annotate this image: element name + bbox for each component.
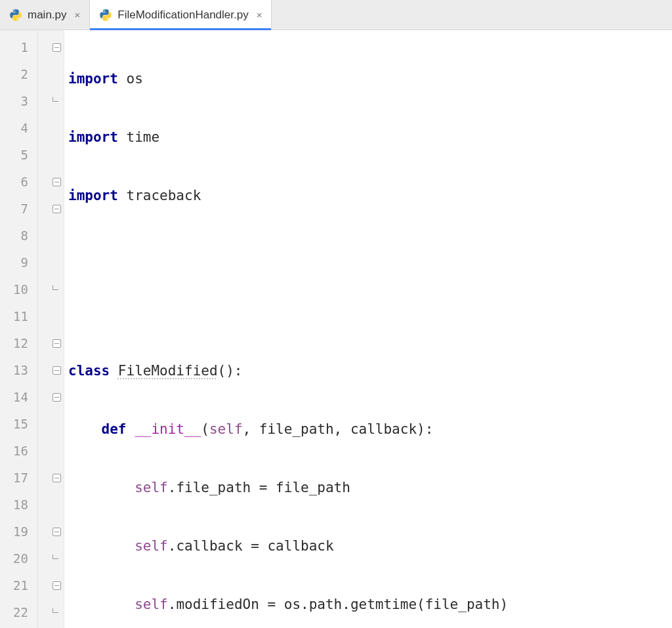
line-number: 11: [0, 303, 37, 330]
code-line: self.modifiedOn = os.path.getmtime(file_…: [64, 591, 672, 618]
fold-toggle-icon[interactable]: [52, 393, 61, 402]
fold-end-icon: [52, 608, 61, 617]
line-number: 21: [0, 572, 37, 599]
line-number: 13: [0, 357, 37, 384]
line-number: 5: [0, 142, 37, 169]
code-line: def __init__(self, file_path, callback):: [64, 416, 672, 443]
fold-gutter: [38, 30, 64, 628]
line-number: 17: [0, 465, 37, 492]
tab-filemodificationhandler-py[interactable]: FileModificationHandler.py ×: [90, 0, 272, 30]
line-number: 22: [0, 599, 37, 626]
code-line: self.callback = callback: [64, 533, 672, 560]
fold-end-icon: [52, 555, 61, 563]
line-number: 20: [0, 545, 37, 572]
line-number: 7: [0, 196, 37, 222]
fold-end-icon: [52, 97, 61, 106]
fold-toggle-icon[interactable]: [52, 581, 61, 590]
code-line: [64, 241, 672, 268]
close-icon[interactable]: ×: [254, 8, 265, 22]
fold-toggle-icon[interactable]: [52, 528, 61, 536]
fold-toggle-icon[interactable]: [52, 474, 61, 482]
line-number: 15: [0, 411, 37, 438]
line-number: 3: [0, 88, 37, 115]
fold-toggle-icon[interactable]: [52, 366, 61, 375]
fold-toggle-icon[interactable]: [52, 205, 61, 213]
line-number: 10: [0, 276, 37, 303]
line-number: 19: [0, 518, 37, 545]
python-file-icon: [99, 9, 112, 22]
fold-toggle-icon[interactable]: [52, 43, 61, 52]
code-line: self.file_path = file_path: [64, 474, 672, 501]
tab-label: main.py: [28, 9, 67, 22]
line-number-gutter: 1 2 3 4 5 6 7 8 9 10 11 12 13 14 15 16 1…: [0, 30, 38, 628]
code-line: import traceback: [64, 182, 672, 209]
line-number: 4: [0, 115, 37, 142]
close-icon[interactable]: ×: [72, 8, 83, 22]
line-number: 14: [0, 384, 37, 411]
tab-bar: main.py × FileModificationHandler.py ×: [0, 0, 672, 30]
code-editor[interactable]: 1 2 3 4 5 6 7 8 9 10 11 12 13 14 15 16 1…: [0, 30, 672, 628]
tab-main-py[interactable]: main.py ×: [0, 0, 90, 30]
fold-toggle-icon[interactable]: [52, 339, 61, 348]
fold-end-icon: [52, 285, 61, 294]
line-number: 12: [0, 330, 37, 357]
tab-label: FileModificationHandler.py: [117, 9, 248, 22]
line-number: 8: [0, 222, 37, 249]
line-number: 9: [0, 249, 37, 276]
line-number: 2: [0, 61, 37, 88]
python-file-icon: [9, 9, 22, 22]
line-number: 18: [0, 492, 37, 518]
code-line: import time: [64, 124, 672, 151]
code-line: [64, 299, 672, 326]
code-area[interactable]: import os import time import traceback c…: [64, 30, 672, 628]
fold-toggle-icon[interactable]: [52, 178, 61, 186]
code-line: import os: [64, 66, 672, 93]
line-number: 6: [0, 169, 37, 196]
code-line: class FileModified():: [64, 358, 672, 385]
line-number: 1: [0, 34, 37, 61]
line-number: 16: [0, 438, 37, 465]
